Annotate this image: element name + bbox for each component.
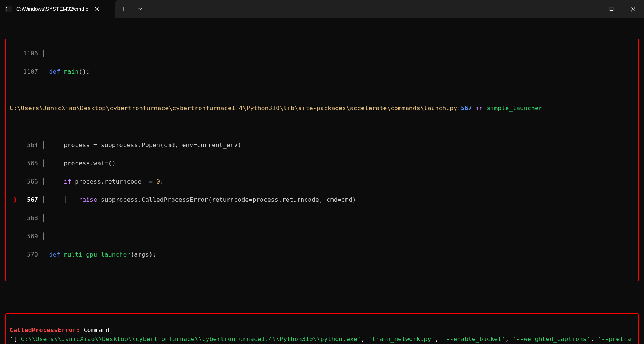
error-box: CalledProcessError: Command '['C:\\Users… [5,313,639,344]
line-number: 1106 [17,49,38,58]
active-tab[interactable]: C:\Windows\SYSTEM32\cmd.e [0,0,115,18]
keyword-def: def [49,68,64,75]
error-marker-icon: ❱ [10,195,17,205]
minimize-button[interactable] [579,0,601,18]
titlebar: C:\Windows\SYSTEM32\cmd.e [0,0,644,18]
function-name: main [64,68,79,75]
tab-title: C:\Windows\SYSTEM32\cmd.e [16,6,89,12]
line-number: 565 [17,159,38,168]
svg-rect-7 [610,7,613,11]
error-args-list: 'C:\\Users\\JanicXiao\\Desktop\\cybertro… [10,335,634,344]
new-tab-button[interactable] [115,0,132,18]
source-line: 567 [461,105,472,112]
error-name: CalledProcessError: [10,327,84,334]
keyword-def: def [49,251,64,258]
line-number: 564 [17,141,38,150]
traceback-frame: 1106 │ 1107 def main(): C:\Users\JanicXi… [5,39,639,281]
keyword-raise: raise [79,196,97,203]
error-arg: 'C:\\Users\\JanicXiao\\Desktop\\cybertro… [17,335,361,343]
error-command-word: Command [84,327,110,334]
error-arg: '--enable_bucket' [442,335,505,343]
line-number: 570 [17,250,38,259]
line-number: 568 [17,214,38,223]
error-arg: '--weighted_captions' [513,335,590,343]
cmd-icon [5,6,12,12]
line-number: 566 [17,177,38,187]
tab-close-button[interactable] [93,5,101,13]
line-number: 569 [17,232,38,241]
close-window-button[interactable] [622,0,644,18]
tab-bar [115,0,644,18]
maximize-button[interactable] [601,0,622,18]
error-arg: 'train_network.py' [369,335,435,343]
line-number-active: 567 [17,195,38,205]
window-controls [579,0,644,18]
source-path: C:\Users\JanicXiao\Desktop\cybertronfurn… [10,105,457,112]
keyword-if: if [64,178,71,185]
function-name: multi_gpu_launcher [64,251,131,258]
terminal-output[interactable]: 1106 │ 1107 def main(): C:\Users\JanicXi… [0,18,644,344]
line-number: 1107 [17,67,38,77]
function-context: simple_launcher [487,105,542,112]
code-line: process.wait() [49,159,634,168]
svg-rect-0 [5,6,12,12]
code-line: process = subprocess.Popen(cmd, env=curr… [49,141,634,150]
tab-dropdown-button[interactable] [132,0,149,18]
